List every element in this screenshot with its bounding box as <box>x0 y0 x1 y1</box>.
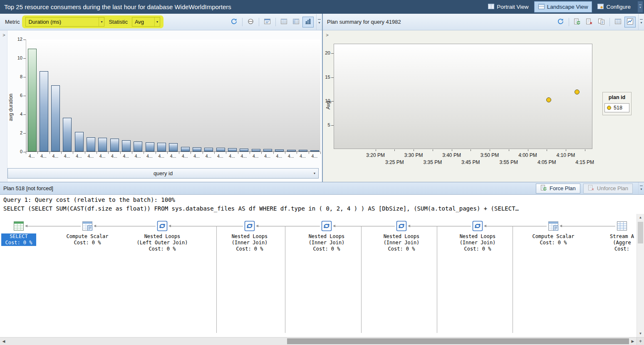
bar-query-2[interactable] <box>40 71 48 152</box>
bar-query-14[interactable] <box>181 147 190 151</box>
grid-view-icon <box>614 18 622 26</box>
refresh-icon-button[interactable] <box>555 17 566 27</box>
plan-horizontal-scrollbar[interactable]: ◀ ▶ + <box>0 337 644 345</box>
execution-plan-canvas[interactable]: ▲ ▼ SELECTCost: 0 %Compute ScalarCost: 0… <box>0 214 644 337</box>
plan-node-select[interactable]: SELECTCost: 0 % <box>0 220 52 246</box>
bar-y-tick-label: 0 <box>10 149 22 154</box>
bar-query-18[interactable] <box>228 148 237 151</box>
scroll-right-button[interactable]: ▶ <box>629 338 637 345</box>
bar-x-tick-mark <box>309 152 309 154</box>
view-query-text-icon-button[interactable] <box>262 17 273 27</box>
x-axis-combo-value: query id <box>154 170 173 176</box>
scatter-y-tick-label: 15 <box>320 74 330 79</box>
unforce-plan-icon-button[interactable] <box>584 17 595 27</box>
grid-view-icon-button[interactable] <box>278 17 290 27</box>
plan-node-text-line: Cost: 0 % <box>520 240 587 246</box>
horizontal-scroll-thumb[interactable] <box>287 338 629 344</box>
grid-view-icon <box>280 18 287 26</box>
bar-query-13[interactable] <box>169 143 178 151</box>
bar-query-7[interactable] <box>98 138 107 151</box>
force-plan-icon-button[interactable] <box>572 17 583 27</box>
x-axis-combo[interactable]: query id ▾ <box>7 168 319 179</box>
plan-node-text-line: (Inner Join) <box>368 240 435 246</box>
grid-view-icon-button[interactable] <box>612 17 624 27</box>
bar-y-tick-mark <box>23 114 26 115</box>
force-plan-button[interactable]: Force Plan <box>536 184 580 194</box>
chart-view-icon-button[interactable] <box>302 17 314 27</box>
titlebar-overflow-button[interactable]: ▾ <box>638 1 643 12</box>
trend-chart-icon-button[interactable] <box>624 17 636 27</box>
metric-label: Metric <box>5 19 20 25</box>
bar-x-tick-label: 4... <box>297 154 309 159</box>
view-buttons: Portrait View Landscape View Configure ▾ <box>484 0 644 14</box>
plan-node-text-line: Nested Loops <box>216 233 283 240</box>
bar-query-16[interactable] <box>204 148 213 151</box>
bar-query-11[interactable] <box>146 142 154 152</box>
toolbar-separator <box>259 18 259 26</box>
bar-x-tick-label: 4... <box>50 154 61 159</box>
statistic-dropdown[interactable]: Avg ▾ <box>132 17 160 27</box>
bar-x-tick-mark <box>85 152 85 154</box>
plan-node-nested-loops-3[interactable]: Nested Loops(Inner Join)Cost: 0 % <box>293 220 360 252</box>
bar-chart-area: > avg duration query id ▾ 0246810124...4… <box>0 30 322 182</box>
plan-bar-overflow-button[interactable]: ▾ <box>638 182 644 194</box>
chevron-down-icon: ▾ <box>154 17 160 26</box>
plan-data-point-1[interactable] <box>546 97 551 102</box>
bar-query-1[interactable] <box>28 49 37 152</box>
refresh-icon-button[interactable] <box>228 17 240 27</box>
legend-entry-plan-518[interactable]: 518 <box>604 103 629 112</box>
bar-x-tick-mark <box>191 152 191 154</box>
bar-query-4[interactable] <box>63 118 72 151</box>
horizontal-scroll-track[interactable] <box>7 338 629 345</box>
collapse-chevron-button[interactable]: > <box>324 32 330 38</box>
bar-x-tick-mark <box>50 152 50 154</box>
bar-query-3[interactable] <box>51 85 60 151</box>
track-query-icon-button[interactable] <box>245 17 256 27</box>
metric-dropdown[interactable]: Duration (ms) ▾ <box>25 17 104 27</box>
right-toolbar-overflow-button[interactable]: ▾ <box>638 14 644 30</box>
bar-query-25[interactable] <box>310 150 319 151</box>
bar-query-5[interactable] <box>75 132 84 151</box>
bar-y-tick-mark <box>23 133 26 134</box>
bar-x-tick-label: 4... <box>262 154 273 159</box>
plan-node-text-line: SELECT <box>0 233 52 240</box>
portrait-view-button[interactable]: Portrait View <box>484 1 533 12</box>
bar-query-22[interactable] <box>275 149 284 151</box>
scatter-x-tick-mark <box>566 149 566 151</box>
landscape-view-button[interactable]: Landscape View <box>534 1 592 12</box>
pivot-grid-view-icon-button[interactable] <box>290 17 302 27</box>
bar-query-9[interactable] <box>122 140 131 151</box>
bar-query-6[interactable] <box>87 137 95 151</box>
bar-query-20[interactable] <box>252 149 260 151</box>
zoom-plus-button[interactable]: + <box>637 338 644 345</box>
collapse-chevron-button[interactable]: > <box>1 32 7 38</box>
refresh-icon <box>230 18 238 26</box>
bar-query-15[interactable] <box>193 147 201 151</box>
bar-query-21[interactable] <box>263 149 272 151</box>
bar-query-8[interactable] <box>110 139 119 152</box>
scatter-x-tick-label: 3:50 PM <box>477 152 503 158</box>
plan-node-compute-scalar-1[interactable]: Compute ScalarCost: 0 % <box>54 220 121 246</box>
bar-query-12[interactable] <box>157 143 166 151</box>
plan-node-nested-loops-4[interactable]: Nested Loops(Inner Join)Cost: 0 % <box>368 220 435 252</box>
bar-x-tick-mark <box>167 152 168 154</box>
bar-y-tick-mark <box>23 77 26 77</box>
configure-button[interactable]: Configure <box>593 1 635 12</box>
scroll-down-button[interactable]: ▼ <box>637 330 644 337</box>
bar-query-10[interactable] <box>134 141 142 151</box>
bar-query-17[interactable] <box>216 148 225 151</box>
plan-node-nested-loops-1[interactable]: Nested Loops(Left Outer Join)Cost: 0 % <box>129 220 196 252</box>
scroll-left-button[interactable]: ◀ <box>0 338 7 345</box>
bar-query-19[interactable] <box>240 149 248 151</box>
scatter-y-axis-label: Avg <box>325 93 331 118</box>
left-toolbar-overflow-button[interactable]: ▾ <box>316 14 322 30</box>
resource-consumers-pane: Metric Duration (ms) ▾ Statistic Avg ▾ ▾ <box>0 14 323 182</box>
unforce-plan-button[interactable]: Unforce Plan <box>583 184 633 194</box>
plan-node-nested-loops-5[interactable]: Nested Loops(Inner Join)Cost: 0 % <box>444 220 511 252</box>
compare-plans-icon-button[interactable] <box>596 17 607 27</box>
plan-node-compute-scalar-2[interactable]: Compute ScalarCost: 0 % <box>520 220 587 246</box>
bar-query-23[interactable] <box>287 150 296 152</box>
plan-node-stream-aggregate[interactable]: Stream A(AggreCost: <box>589 220 644 252</box>
plan-node-nested-loops-2[interactable]: Nested Loops(Inner Join)Cost: 0 % <box>216 220 283 252</box>
bar-query-24[interactable] <box>299 150 307 151</box>
